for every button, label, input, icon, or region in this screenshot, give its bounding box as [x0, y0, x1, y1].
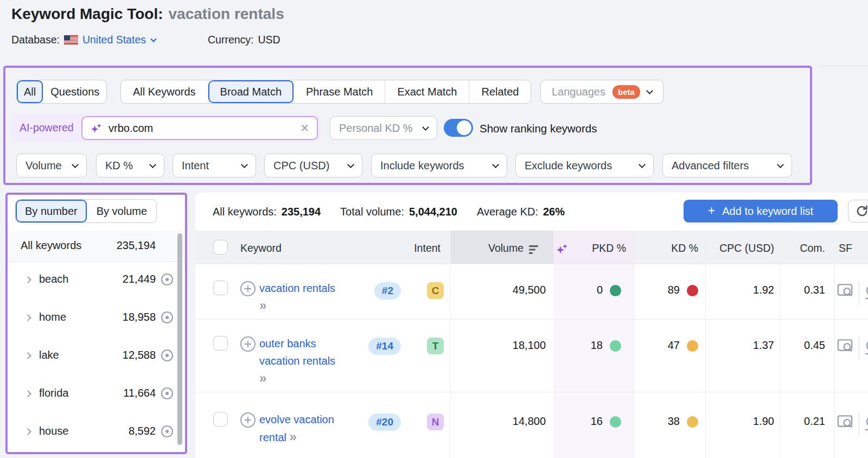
tab-related[interactable]: Related	[469, 80, 531, 103]
expand-keyword-icon[interactable]: »	[290, 429, 297, 444]
column-header-cpc[interactable]: CPC (USD)	[709, 242, 774, 255]
tab-all-keywords[interactable]: All Keywords	[121, 80, 208, 103]
database-select[interactable]: United States	[82, 34, 156, 46]
filter-cpc-usd[interactable]: CPC (USD)	[264, 154, 362, 177]
eye-icon[interactable]	[160, 310, 174, 327]
keywords-table-card: All keywords: 235,194 Total volume: 5,04…	[195, 193, 868, 458]
languages-dropdown[interactable]: Languages beta	[540, 80, 663, 104]
chevron-down-icon	[149, 161, 156, 168]
filter-label: Include keywords	[380, 160, 464, 172]
filter-kd[interactable]: KD %	[96, 154, 164, 177]
sidebar-group-home[interactable]: home18,958	[8, 300, 185, 338]
column-header-intent[interactable]: Intent	[408, 242, 441, 255]
sidebar-group-lake[interactable]: lake12,588	[8, 338, 185, 376]
filter-include-keywords[interactable]: Include keywords	[371, 154, 507, 177]
pkd-value: 16	[551, 415, 603, 428]
sidebar-group-florida[interactable]: florida11,664	[8, 376, 185, 414]
tab-phrase-match[interactable]: Phrase Match	[294, 80, 385, 103]
scope-tab-group: AllQuestions	[16, 80, 107, 104]
sidebar-group-beach[interactable]: beach21,449	[8, 262, 185, 300]
expand-keyword-icon[interactable]: »	[259, 298, 266, 313]
eye-icon[interactable]	[160, 272, 174, 289]
add-keyword-icon[interactable]	[240, 336, 256, 354]
ai-sparkle-icon	[90, 122, 103, 135]
clipped-action-icon	[864, 415, 868, 434]
filter-advanced-filters[interactable]: Advanced filters	[662, 154, 792, 177]
row-checkbox[interactable]	[213, 412, 228, 427]
keyword-cell: evolve vacation rental »	[259, 411, 342, 446]
database-row: Database: United States Currency: USD	[11, 34, 280, 46]
serp-features-icon[interactable]	[837, 338, 853, 355]
column-header-com[interactable]: Com.	[782, 242, 825, 255]
sidebar-scrollbar[interactable]	[177, 233, 182, 445]
filter-label: Intent	[182, 160, 209, 172]
serp-rank-cell: #2	[360, 282, 401, 300]
match-tab-group: All KeywordsBroad MatchPhrase MatchExact…	[120, 80, 531, 104]
expand-keyword-icon[interactable]: »	[259, 371, 266, 385]
sort-descending-icon[interactable]	[529, 245, 542, 257]
column-header-kd[interactable]: KD %	[644, 242, 698, 255]
intent-badge: C	[427, 282, 444, 299]
select-all-checkbox[interactable]	[213, 240, 228, 255]
tab-exact-match[interactable]: Exact Match	[385, 80, 469, 103]
filter-intent[interactable]: Intent	[173, 154, 256, 177]
filter-label: Exclude keywords	[525, 160, 612, 172]
chevron-down-icon	[347, 161, 354, 168]
chevron-right-icon	[24, 390, 31, 397]
database-value: United States	[82, 34, 146, 46]
show-ranking-keywords-label: Show ranking keywords	[480, 122, 597, 135]
serp-features-icon[interactable]	[837, 414, 853, 431]
column-header-sf[interactable]: SF	[839, 242, 857, 255]
eye-icon[interactable]	[160, 424, 174, 441]
serp-features-icon[interactable]	[837, 283, 853, 300]
filter-label: KD %	[105, 160, 133, 172]
chevron-right-icon	[24, 352, 31, 359]
rank-badge: #14	[368, 338, 401, 355]
sidebar-group-house[interactable]: house8,592	[8, 414, 185, 451]
column-divider	[859, 282, 859, 304]
clear-search-icon[interactable]: ✕	[300, 122, 309, 135]
cpc-value: 1.92	[709, 284, 774, 296]
group-count: 18,958	[123, 311, 156, 323]
summary-total-volume-label: Total volume:	[340, 206, 404, 218]
table-row: vacation rentals »#2C49,5000891.920.31	[195, 264, 868, 319]
group-label: florida	[39, 387, 68, 399]
column-header-keyword[interactable]: Keyword	[240, 242, 282, 255]
show-ranking-keywords-toggle[interactable]	[444, 119, 473, 137]
currency: Currency: USD	[208, 34, 280, 46]
keyword-link[interactable]: vacation rentals	[259, 282, 335, 294]
filter-volume[interactable]: Volume	[16, 154, 87, 177]
tab-broad-match[interactable]: Broad Match	[208, 80, 294, 103]
personal-kd-dropdown[interactable]: Personal KD %	[330, 116, 437, 140]
refresh-button[interactable]	[848, 200, 868, 222]
cpc-value: 1.37	[709, 339, 774, 352]
column-header-pkd[interactable]: PKD %	[572, 242, 626, 255]
group-label: house	[39, 425, 69, 437]
chevron-down-icon	[639, 161, 646, 168]
add-keyword-icon[interactable]	[240, 412, 256, 430]
summary-average-kd-value: 26%	[543, 206, 565, 218]
eye-icon[interactable]	[160, 386, 174, 403]
keyword-link[interactable]: outer banks vacation rentals	[259, 338, 335, 367]
add-keyword-icon[interactable]	[240, 281, 256, 299]
tab-all[interactable]: All	[17, 80, 43, 103]
clipped-action-icon	[864, 284, 868, 302]
summary-stats: All keywords: 235,194 Total volume: 5,04…	[213, 193, 565, 231]
com-value: 0.45	[782, 339, 825, 352]
com-value: 0.21	[782, 415, 825, 428]
keyword-search-input[interactable]: vrbo.com ✕	[81, 116, 318, 140]
group-label: home	[39, 311, 66, 323]
tab-questions[interactable]: Questions	[43, 80, 106, 103]
column-header-volume[interactable]: Volume	[456, 242, 524, 255]
row-checkbox[interactable]	[213, 336, 228, 351]
kd-value: 89	[627, 284, 680, 296]
chevron-down-icon	[646, 87, 653, 94]
personal-kd-label: Personal KD %	[339, 122, 413, 135]
filter-exclude-keywords[interactable]: Exclude keywords	[515, 154, 654, 177]
keyword-cell: vacation rentals »	[259, 279, 342, 315]
divider	[816, 66, 868, 66]
eye-icon[interactable]	[160, 348, 174, 365]
volume-value: 14,800	[467, 415, 546, 428]
add-to-keyword-list-button[interactable]: + Add to keyword list	[684, 200, 838, 222]
row-checkbox[interactable]	[213, 281, 228, 295]
